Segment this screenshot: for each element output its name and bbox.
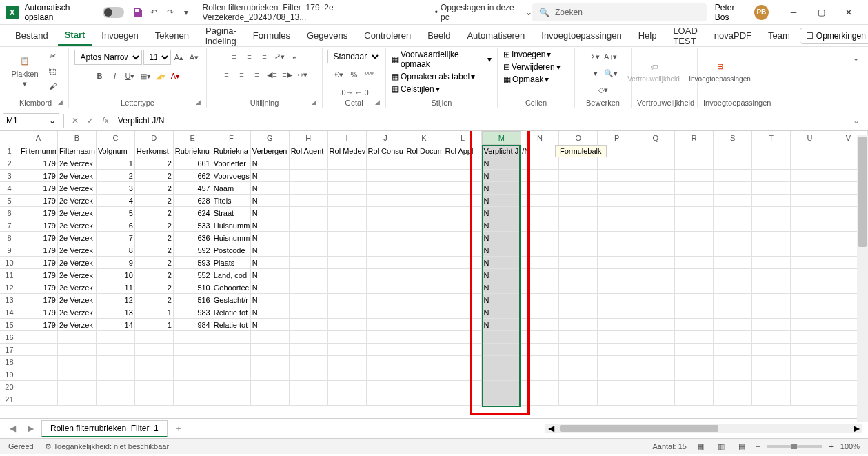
- cell[interactable]: [714, 219, 752, 232]
- zoom-in-icon[interactable]: +: [829, 442, 833, 450]
- cell[interactable]: [251, 331, 290, 344]
- cell[interactable]: N: [482, 306, 521, 319]
- row-head[interactable]: 10: [0, 257, 19, 269]
- cell[interactable]: 179: [19, 244, 58, 257]
- cell[interactable]: Verbergen: [251, 145, 290, 157]
- cell[interactable]: [636, 306, 675, 319]
- cell[interactable]: [559, 207, 598, 219]
- cell[interactable]: [752, 294, 791, 306]
- cell[interactable]: [752, 344, 791, 356]
- cell[interactable]: N: [251, 319, 290, 331]
- cell[interactable]: [174, 368, 212, 381]
- cell[interactable]: Rol Appl: [443, 145, 482, 157]
- cell[interactable]: [791, 331, 829, 344]
- cell[interactable]: N: [482, 319, 521, 331]
- cell[interactable]: [752, 281, 791, 294]
- col-head-I[interactable]: I: [328, 131, 367, 145]
- cell[interactable]: [290, 219, 328, 232]
- cell[interactable]: Herkomst: [135, 145, 174, 157]
- cell[interactable]: N: [482, 257, 521, 269]
- cell[interactable]: 2: [135, 219, 174, 232]
- col-head-A[interactable]: A: [19, 131, 58, 145]
- cell[interactable]: [559, 344, 598, 356]
- cell[interactable]: 2: [135, 269, 174, 281]
- enter-formula-icon[interactable]: ✓: [83, 114, 97, 128]
- cell[interactable]: [405, 344, 444, 356]
- cell[interactable]: [443, 219, 482, 232]
- row-head[interactable]: 2: [0, 157, 19, 170]
- view-page-icon[interactable]: ▥: [714, 441, 728, 452]
- cell[interactable]: [367, 281, 405, 294]
- cell[interactable]: 179: [19, 306, 58, 319]
- cell[interactable]: N: [251, 219, 290, 232]
- cell[interactable]: 2e Verzek: [58, 294, 97, 306]
- cell[interactable]: [290, 294, 328, 306]
- cell[interactable]: [443, 244, 482, 257]
- font-color-icon[interactable]: A▾: [169, 69, 183, 83]
- col-head-F[interactable]: F: [212, 131, 251, 145]
- cell[interactable]: [598, 393, 636, 406]
- cell[interactable]: [791, 368, 829, 381]
- cell[interactable]: [328, 182, 367, 195]
- cell[interactable]: [521, 294, 559, 306]
- cell[interactable]: [559, 281, 598, 294]
- row-head[interactable]: 3: [0, 170, 19, 182]
- cell[interactable]: [367, 232, 405, 244]
- user-account[interactable]: Peter Bos PB: [715, 3, 769, 22]
- row-head[interactable]: 17: [0, 344, 19, 356]
- cell[interactable]: [521, 344, 559, 356]
- italic-button[interactable]: I: [108, 69, 122, 83]
- cell[interactable]: [290, 207, 328, 219]
- cell[interactable]: 2e Verzek: [58, 219, 97, 232]
- cell[interactable]: [328, 393, 367, 406]
- grid[interactable]: ABCDEFGHIJKLMNOPQRSTUV 1FilternummFilter…: [0, 131, 868, 418]
- cell[interactable]: [19, 381, 58, 393]
- fill-icon[interactable]: ▾: [589, 66, 603, 80]
- cell[interactable]: [791, 306, 829, 319]
- addins-button[interactable]: ⊞ Invoegtoepassingen: [703, 60, 736, 83]
- cell[interactable]: [675, 356, 714, 368]
- name-box[interactable]: M1 ⌄: [3, 113, 59, 128]
- dialog-launcher-icon[interactable]: ◢: [196, 99, 204, 107]
- cell[interactable]: Huisnumm: [212, 232, 251, 244]
- fill-color-icon[interactable]: ◢▾: [154, 69, 168, 83]
- cell[interactable]: [290, 331, 328, 344]
- cell[interactable]: [791, 269, 829, 281]
- cell[interactable]: N: [482, 157, 521, 170]
- tab-loadtest[interactable]: LOAD TEST: [666, 21, 704, 50]
- row-head[interactable]: 21: [0, 393, 19, 406]
- cell[interactable]: [135, 368, 174, 381]
- cell[interactable]: 179: [19, 195, 58, 207]
- cell[interactable]: [367, 219, 405, 232]
- cell[interactable]: Geboortec: [212, 281, 251, 294]
- cell[interactable]: 2: [135, 281, 174, 294]
- cell[interactable]: [290, 269, 328, 281]
- cell[interactable]: [675, 257, 714, 269]
- cell[interactable]: [752, 145, 791, 157]
- cell[interactable]: [752, 368, 791, 381]
- scroll-right-icon[interactable]: ▶: [851, 424, 862, 433]
- row-head[interactable]: 12: [0, 281, 19, 294]
- cell[interactable]: N: [482, 182, 521, 195]
- cell[interactable]: 6: [97, 219, 135, 232]
- cell[interactable]: 2: [97, 170, 135, 182]
- cell[interactable]: [367, 182, 405, 195]
- cell[interactable]: [174, 356, 212, 368]
- row-head[interactable]: 7: [0, 219, 19, 232]
- cell[interactable]: [636, 344, 675, 356]
- cell[interactable]: [19, 356, 58, 368]
- cell[interactable]: 533: [174, 219, 212, 232]
- cell[interactable]: [443, 269, 482, 281]
- percent-icon[interactable]: %: [347, 68, 361, 81]
- cell[interactable]: [675, 145, 714, 157]
- bold-button[interactable]: B: [93, 69, 107, 83]
- cell[interactable]: [598, 368, 636, 381]
- cell[interactable]: [251, 344, 290, 356]
- cell[interactable]: [598, 182, 636, 195]
- cell[interactable]: [367, 381, 405, 393]
- cell[interactable]: [559, 356, 598, 368]
- cell[interactable]: [328, 207, 367, 219]
- cell[interactable]: [328, 157, 367, 170]
- cell[interactable]: 2e Verzek: [58, 319, 97, 331]
- cell[interactable]: [58, 356, 97, 368]
